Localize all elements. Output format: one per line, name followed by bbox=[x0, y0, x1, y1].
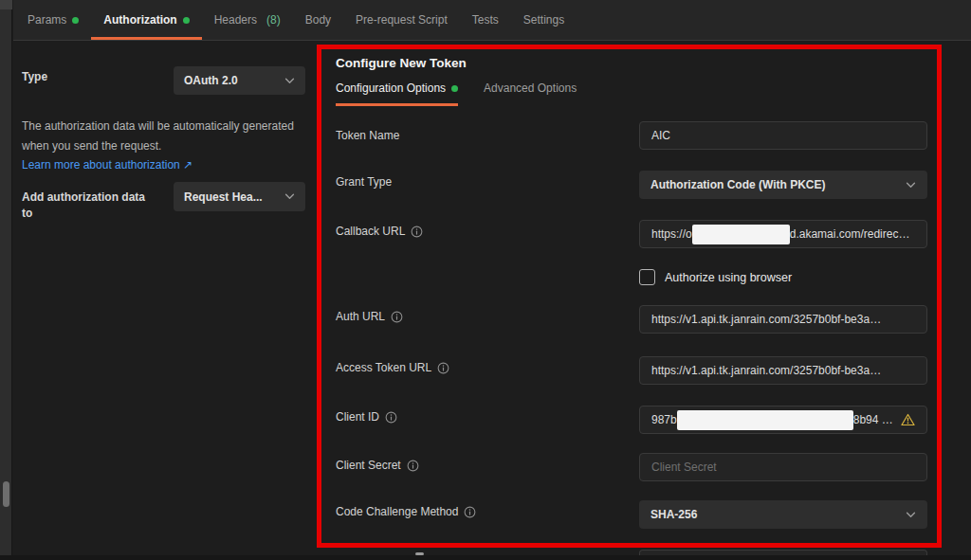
callback-url-label-text: Callback URL bbox=[336, 225, 405, 238]
redaction-block bbox=[692, 225, 790, 244]
configuration-options-status-dot-icon bbox=[451, 85, 458, 92]
warning-triangle-icon[interactable] bbox=[901, 413, 915, 426]
learn-more-text: Learn more about authorization bbox=[22, 158, 180, 172]
chevron-down-icon bbox=[906, 512, 916, 518]
tab-advanced-options[interactable]: Advanced Options bbox=[484, 81, 577, 106]
info-icon[interactable] bbox=[385, 411, 397, 424]
external-link-arrow-icon: ↗ bbox=[183, 158, 192, 172]
callback-url-value-end: d.akamai.com/redirec… bbox=[790, 227, 910, 241]
access-token-url-label-text: Access Token URL bbox=[336, 361, 431, 374]
tab-advanced-options-label: Advanced Options bbox=[484, 81, 577, 95]
auth-description-text: The authorization data will be automatic… bbox=[22, 119, 294, 153]
callback-url-input[interactable]: https://o d.akamai.com/redirec… bbox=[639, 220, 927, 248]
grant-type-label: Grant Type bbox=[336, 175, 392, 189]
auth-type-label: Type bbox=[22, 70, 47, 83]
grant-type-value: Authorization Code (With PKCE) bbox=[650, 178, 826, 191]
headers-count-badge: (8) bbox=[266, 13, 281, 27]
redaction-block bbox=[677, 410, 853, 430]
tab-headers-label: Headers bbox=[214, 13, 257, 27]
learn-more-link[interactable]: Learn more about authorization ↗ bbox=[22, 155, 306, 175]
auth-type-select[interactable]: OAuth 2.0 bbox=[174, 66, 305, 95]
info-icon[interactable] bbox=[391, 311, 403, 323]
client-id-label-text: Client ID bbox=[336, 410, 379, 424]
info-icon[interactable] bbox=[407, 460, 419, 472]
token-form-tabs: Configuration Options Advanced Options bbox=[336, 81, 577, 106]
tab-body[interactable]: Body bbox=[293, 0, 343, 40]
params-status-dot-icon bbox=[72, 17, 79, 24]
client-id-value-start: 987b bbox=[651, 413, 677, 426]
code-challenge-method-select[interactable]: SHA-256 bbox=[639, 500, 927, 529]
access-token-url-label: Access Token URL bbox=[336, 361, 449, 374]
chevron-down-icon bbox=[284, 78, 295, 84]
configure-token-title: Configure New Token bbox=[336, 56, 467, 70]
chevron-down-icon bbox=[906, 182, 916, 189]
tab-body-label: Body bbox=[305, 13, 331, 27]
tab-configuration-options-label: Configuration Options bbox=[336, 81, 446, 95]
tab-headers[interactable]: Headers(8) bbox=[202, 0, 293, 40]
auth-url-label: Auth URL bbox=[336, 310, 403, 323]
add-auth-data-to-value: Request Hea... bbox=[184, 190, 263, 204]
client-secret-label-text: Client Secret bbox=[336, 459, 401, 472]
token-name-label: Token Name bbox=[336, 129, 399, 142]
tab-settings-label: Settings bbox=[523, 13, 564, 27]
access-token-url-input[interactable]: https://v1.api.tk.janrain.com/3257b0bf-b… bbox=[639, 356, 927, 385]
code-challenge-method-label: Code Challenge Method bbox=[336, 505, 476, 518]
auth-description: The authorization data will be automatic… bbox=[22, 117, 306, 175]
access-token-url-value: https://v1.api.tk.janrain.com/3257b0bf-b… bbox=[651, 364, 881, 377]
tab-params[interactable]: Params bbox=[15, 0, 91, 40]
client-id-input[interactable]: 987b 8b94 … bbox=[639, 406, 927, 434]
authorize-browser-label: Authorize using browser bbox=[665, 271, 792, 284]
client-secret-input[interactable]: Client Secret bbox=[639, 453, 927, 481]
auth-url-value: https://v1.api.tk.janrain.com/3257b0bf-b… bbox=[651, 313, 881, 326]
window-bottom-edge bbox=[0, 555, 971, 560]
tab-tests-label: Tests bbox=[472, 13, 499, 27]
code-challenge-method-value: SHA-256 bbox=[650, 508, 697, 521]
callback-url-value-start: https://o bbox=[651, 227, 692, 241]
sidebar-edge bbox=[0, 0, 12, 560]
add-auth-data-to-label: Add authorization data to bbox=[22, 190, 147, 222]
callback-url-label: Callback URL bbox=[336, 225, 423, 238]
info-icon[interactable] bbox=[464, 506, 476, 518]
grant-type-select[interactable]: Authorization Code (With PKCE) bbox=[639, 171, 927, 199]
tab-settings[interactable]: Settings bbox=[511, 0, 577, 40]
client-id-label: Client ID bbox=[336, 410, 397, 424]
info-icon[interactable] bbox=[437, 362, 449, 374]
annotation-highlight-box: Configure New Token Configuration Option… bbox=[317, 45, 942, 548]
tab-authorization[interactable]: Authorization bbox=[91, 0, 201, 40]
request-tab-bar: Params Authorization Headers(8) Body Pre… bbox=[13, 0, 971, 41]
tab-authorization-label: Authorization bbox=[103, 13, 176, 27]
sidebar-edge-top bbox=[0, 0, 12, 9]
auth-type-value: OAuth 2.0 bbox=[184, 74, 238, 87]
auth-url-input[interactable]: https://v1.api.tk.janrain.com/3257b0bf-b… bbox=[639, 305, 927, 334]
tab-pre-request-script[interactable]: Pre-request Script bbox=[343, 0, 460, 40]
authorization-status-dot-icon bbox=[183, 17, 190, 24]
tab-tests[interactable]: Tests bbox=[460, 0, 511, 40]
code-challenge-method-label-text: Code Challenge Method bbox=[336, 505, 458, 518]
tab-params-label: Params bbox=[27, 13, 66, 27]
authorize-browser-checkbox[interactable] bbox=[639, 269, 655, 285]
token-name-value: AIC bbox=[651, 129, 670, 142]
client-secret-label: Client Secret bbox=[336, 459, 419, 472]
client-id-value-end: 8b94 … bbox=[853, 413, 893, 426]
scrollbar-thumb[interactable] bbox=[3, 481, 9, 507]
chevron-down-icon bbox=[284, 193, 295, 200]
auth-url-label-text: Auth URL bbox=[336, 310, 385, 323]
add-auth-data-to-select[interactable]: Request Hea... bbox=[174, 182, 305, 211]
client-secret-placeholder: Client Secret bbox=[651, 461, 717, 474]
token-name-input[interactable]: AIC bbox=[639, 121, 927, 150]
tab-pre-request-script-label: Pre-request Script bbox=[356, 13, 448, 27]
info-icon[interactable] bbox=[411, 226, 423, 238]
tab-configuration-options[interactable]: Configuration Options bbox=[336, 81, 458, 106]
